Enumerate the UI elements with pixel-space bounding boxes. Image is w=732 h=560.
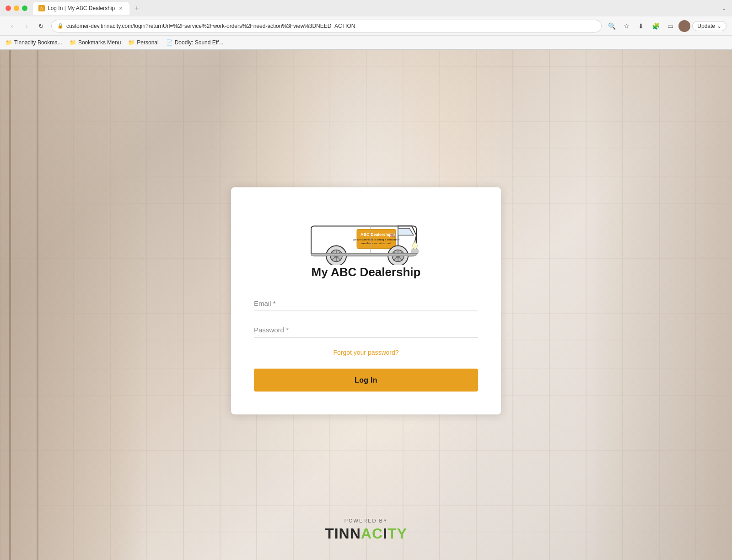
window-controls <box>5 5 27 11</box>
bookmark-label-1: Tinnacity Bookma... <box>14 39 62 46</box>
update-label: Update <box>697 23 715 29</box>
svg-text:excellence second to non!: excellence second to non! <box>361 241 391 244</box>
extensions-button[interactable]: 🧩 <box>649 20 662 32</box>
tab-favicon: A <box>38 5 45 11</box>
svg-text:We are committed to setting a : We are committed to setting a standard o… <box>353 238 399 240</box>
address-bar[interactable]: 🔒 customer-dev.tinnacity.com/login?retur… <box>51 20 602 32</box>
bookmark-folder-icon-1: 📁 <box>5 39 12 46</box>
password-form-group <box>254 322 478 337</box>
browser-titlebar: A Log In | My ABC Dealership ✕ + ⌄ <box>0 0 732 16</box>
forward-button[interactable]: › <box>20 20 33 32</box>
password-input[interactable] <box>254 322 478 337</box>
new-tab-button[interactable]: + <box>131 3 142 14</box>
bookmark-folder-icon-2: 📁 <box>70 39 76 46</box>
refresh-button[interactable]: ↻ <box>35 20 48 32</box>
bookmark-button[interactable]: ☆ <box>620 20 633 32</box>
bookmark-item-4[interactable]: 📄 Doodly: Sound Eff... <box>166 39 224 46</box>
bookmarks-bar: 📁 Tinnacity Bookma... 📁 Bookmarks Menu 📁… <box>0 36 732 49</box>
tab-title: Log In | My ABC Dealership <box>48 5 115 11</box>
update-chevron: ⌄ <box>717 23 721 29</box>
window-maximize-button[interactable] <box>22 5 27 11</box>
bookmark-item-2[interactable]: 📁 Bookmarks Menu <box>70 39 121 46</box>
powered-by-section: POWERED BY TINNACITY <box>325 518 407 542</box>
bookmark-label-2: Bookmarks Menu <box>78 39 121 46</box>
tinnacity-logo: TINNACITY <box>325 525 407 542</box>
email-input[interactable] <box>254 295 478 311</box>
page-content: ABC Dealership 🏭 We are committed to set… <box>0 50 732 560</box>
svg-text:🏭: 🏭 <box>390 232 396 237</box>
browser-chrome: A Log In | My ABC Dealership ✕ + ⌄ ‹ › ↻… <box>0 0 732 50</box>
bookmark-label-4: Doodly: Sound Eff... <box>175 39 224 46</box>
bookmark-item-1[interactable]: 📁 Tinnacity Bookma... <box>5 39 62 46</box>
tab-close-button[interactable]: ✕ <box>118 5 124 11</box>
shelf-right <box>586 50 732 560</box>
brand-i: I <box>383 525 388 542</box>
sidebar-button[interactable]: ▭ <box>664 20 677 32</box>
bookmark-page-icon-4: 📄 <box>166 39 173 46</box>
svg-rect-23 <box>412 249 418 253</box>
shelf-left <box>0 50 146 560</box>
window-minimize-button[interactable] <box>14 5 19 11</box>
profile-button[interactable] <box>678 20 690 32</box>
brand-ac: AC <box>361 525 383 542</box>
url-text: customer-dev.tinnacity.com/login?returnU… <box>66 23 355 29</box>
svg-rect-22 <box>311 253 416 256</box>
bookmark-folder-icon-3: 📁 <box>128 39 135 46</box>
svg-point-20 <box>413 242 417 249</box>
login-card: ABC Dealership 🏭 We are committed to set… <box>231 187 501 414</box>
brand-tinn: TINN <box>325 525 361 542</box>
brand-ty: TY <box>388 525 407 542</box>
svg-text:ABC Dealership: ABC Dealership <box>361 232 392 236</box>
lock-icon: 🔒 <box>57 23 64 29</box>
bookmark-item-3[interactable]: 📁 Personal <box>128 39 158 46</box>
update-button[interactable]: Update ⌄ <box>692 21 727 31</box>
window-close-button[interactable] <box>5 5 11 11</box>
bookmark-label-3: Personal <box>137 39 158 46</box>
zoom-button[interactable]: 🔍 <box>605 20 618 32</box>
nav-buttons: ‹ › ↻ <box>5 20 48 32</box>
forgot-password-link[interactable]: Forgot your password? <box>333 348 398 356</box>
browser-tabs: A Log In | My ABC Dealership ✕ + <box>33 2 722 15</box>
powered-by-label: POWERED BY <box>344 518 388 523</box>
browser-tab-active[interactable]: A Log In | My ABC Dealership ✕ <box>33 2 129 15</box>
van-svg: ABC Dealership 🏭 We are committed to set… <box>307 205 425 265</box>
company-name: My ABC Dealership <box>312 265 421 279</box>
login-button[interactable]: Log In <box>254 368 478 391</box>
van-logo: ABC Dealership 🏭 We are committed to set… <box>307 205 425 265</box>
toolbar-actions: 🔍 ☆ ⬇ 🧩 ▭ Update ⌄ <box>605 20 727 32</box>
browser-controls-right: ⌄ <box>722 5 727 11</box>
email-form-group <box>254 295 478 311</box>
browser-toolbar: ‹ › ↻ 🔒 customer-dev.tinnacity.com/login… <box>0 16 732 36</box>
back-button[interactable]: ‹ <box>5 20 18 32</box>
download-button[interactable]: ⬇ <box>635 20 647 32</box>
